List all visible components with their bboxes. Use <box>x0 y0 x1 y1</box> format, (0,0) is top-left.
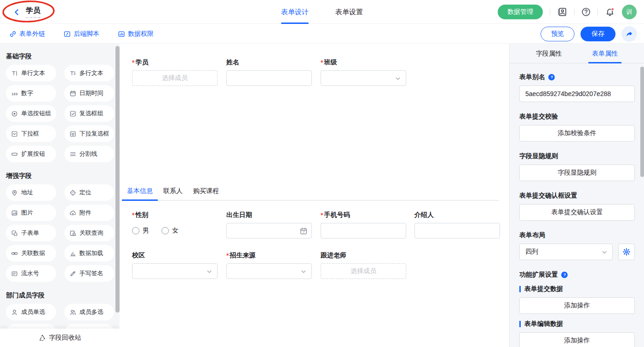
data-manage-button[interactable]: 数据管理 <box>498 5 543 19</box>
toolbar-links: 表单外链 后端脚本 数据权限 <box>9 24 154 44</box>
field-label: *手机号码 <box>321 211 406 219</box>
layout-gear-button[interactable] <box>618 244 635 260</box>
form-layout-heading: 表单布局 <box>519 231 635 239</box>
recycle-label: 字段回收站 <box>49 334 81 342</box>
canvas-field-enrollment-source[interactable]: *招生来源 <box>226 251 312 279</box>
canvas-field-name[interactable]: 姓名 <box>226 58 312 86</box>
form-canvas[interactable]: *学员 选择成员 姓名 *班级 基本信息 联系人 购买课程 *性别 男 女 出生… <box>120 44 509 347</box>
tab-form-properties[interactable]: 表单属性 <box>592 44 618 63</box>
tab-contacts[interactable]: 联系人 <box>163 187 183 195</box>
select-input[interactable] <box>132 263 218 279</box>
add-validation-condition-button[interactable]: 添加校验条件 <box>519 125 635 142</box>
tab-form-settings[interactable]: 表单设置 <box>335 0 363 24</box>
radio-option-male[interactable]: 男 <box>132 227 149 235</box>
field-recycle-bin-button[interactable]: 字段回收站 <box>0 329 120 347</box>
member-picker[interactable]: 选择成员 <box>321 263 406 279</box>
field-pill-extend-button[interactable]: 扩展按钮 <box>6 146 56 162</box>
radio-option-female[interactable]: 女 <box>161 227 178 235</box>
field-pill-member-multi[interactable]: 成员多选 <box>64 304 115 320</box>
canvas-field-campus[interactable]: 校区 <box>132 251 218 279</box>
required-asterisk: * <box>132 59 134 66</box>
submit-confirm-settings-button[interactable]: 表单提交确认设置 <box>519 204 635 221</box>
canvas-field-referrer[interactable]: 介绍人 <box>414 211 500 239</box>
divider-line-icon <box>69 151 76 158</box>
field-pill-datetime[interactable]: 日期时间 <box>64 85 115 102</box>
contacts-book-icon[interactable] <box>557 7 567 17</box>
field-pill-subform[interactable]: 子表单 <box>6 225 56 241</box>
field-pill-multi-line-text[interactable]: 多行文本 <box>64 65 115 81</box>
field-pill-signature[interactable]: 手写签名 <box>64 265 115 282</box>
select-input[interactable] <box>226 263 312 279</box>
question-circle-icon[interactable]: ? <box>548 74 555 81</box>
panel-scrollbar[interactable] <box>640 67 644 177</box>
field-pill-locate[interactable]: 定位 <box>64 184 115 201</box>
data-permission-button[interactable]: 数据权限 <box>118 30 154 38</box>
field-pill-address[interactable]: 地址 <box>6 184 56 201</box>
field-pill-number[interactable]: 123数字 <box>6 85 56 102</box>
add-operation-button-submit[interactable]: 添加操作 <box>519 297 635 314</box>
canvas-field-follow-up-teacher[interactable]: 跟进老师 选择成员 <box>321 251 406 279</box>
link-label: 表单外链 <box>19 30 45 38</box>
tab-basic-info[interactable]: 基本信息 <box>127 187 153 195</box>
tab-field-properties[interactable]: 字段属性 <box>536 44 562 63</box>
location-pin-icon <box>11 189 18 196</box>
canvas-field-student[interactable]: *学员 选择成员 <box>132 58 218 86</box>
tab-form-design[interactable]: 表单设计 <box>281 0 309 24</box>
field-pill-radio-group[interactable]: 单选按钮组 <box>6 105 56 122</box>
app-header: 学员 表单设计 表单设置 数据管理 训 <box>0 0 644 24</box>
layout-select[interactable]: 四列 <box>519 244 613 260</box>
svg-text:?: ? <box>564 273 566 277</box>
pill-label: 下拉框 <box>21 130 39 138</box>
canvas-field-gender[interactable]: *性别 男 女 <box>132 211 218 239</box>
sidebar-scrollbar[interactable] <box>115 46 120 313</box>
save-button[interactable]: 保存 <box>581 27 615 41</box>
person-icon <box>11 309 18 316</box>
form-alias-input[interactable]: 5aecd859274be29d0207e288 <box>519 85 635 102</box>
field-pill-member-single[interactable]: 成员单选 <box>6 304 56 320</box>
canvas-field-birthdate[interactable]: 出生日期 7 <box>226 211 312 239</box>
field-pill-select[interactable]: 下拉框 <box>6 125 56 142</box>
field-pill-divider-line[interactable]: 分割线 <box>64 146 115 162</box>
field-pill-linked-query[interactable]: 关联查询 <box>64 225 115 241</box>
canvas-field-phone[interactable]: *手机号码 <box>321 211 406 239</box>
chevron-down-icon <box>601 249 608 256</box>
required-asterisk: * <box>226 252 229 259</box>
add-operation-button-edit[interactable]: 添加操作 <box>519 332 635 347</box>
text-input[interactable] <box>226 70 312 86</box>
field-pill-data-load[interactable]: 数据加载 <box>64 245 115 262</box>
field-pill-multi-select[interactable]: 下拉复选框 <box>64 125 115 142</box>
canvas-field-class[interactable]: *班级 <box>321 58 406 86</box>
radio-circle-icon[interactable] <box>132 227 139 234</box>
share-icon <box>625 30 633 38</box>
field-pill-image[interactable]: 图片 <box>6 205 56 221</box>
script-icon <box>63 30 71 38</box>
question-circle-icon[interactable]: ? <box>561 271 568 279</box>
layout-select-value: 四列 <box>525 248 538 256</box>
pill-label: 成员多选 <box>80 308 104 316</box>
help-icon[interactable] <box>581 7 591 17</box>
tab-purchased-courses[interactable]: 购买课程 <box>193 187 219 195</box>
field-visibility-rules-button[interactable]: 字段显隐规则 <box>519 165 635 181</box>
select-input[interactable] <box>321 70 406 86</box>
date-input[interactable]: 7 <box>226 223 312 239</box>
field-pill-attachment[interactable]: 附件 <box>64 205 115 221</box>
pill-label: 手写签名 <box>80 269 104 278</box>
data-permission-icon <box>118 30 125 38</box>
preview-button[interactable]: 预览 <box>540 27 575 41</box>
field-pill-checkbox-group[interactable]: 复选框组 <box>64 105 115 122</box>
toolbar-actions: 预览 保存 <box>540 24 637 44</box>
form-external-link-button[interactable]: 表单外链 <box>9 30 45 38</box>
share-button[interactable] <box>621 26 637 42</box>
avatar[interactable]: 训 <box>622 5 637 19</box>
field-pill-linked-data[interactable]: 关联数据 <box>6 245 56 262</box>
field-pill-single-line-text[interactable]: 单行文本 <box>6 65 56 81</box>
member-picker[interactable]: 选择成员 <box>132 70 218 86</box>
notification-bell-icon[interactable] <box>605 7 615 17</box>
canvas-section-tabs: 基本信息 联系人 购买课程 <box>122 187 499 201</box>
text-input[interactable] <box>414 223 500 239</box>
text-input[interactable] <box>321 223 406 239</box>
gear-icon <box>622 248 631 256</box>
backend-script-button[interactable]: 后端脚本 <box>63 30 99 38</box>
radio-circle-icon[interactable] <box>161 227 169 234</box>
field-pill-serial-number[interactable]: 流水号 <box>6 265 56 282</box>
